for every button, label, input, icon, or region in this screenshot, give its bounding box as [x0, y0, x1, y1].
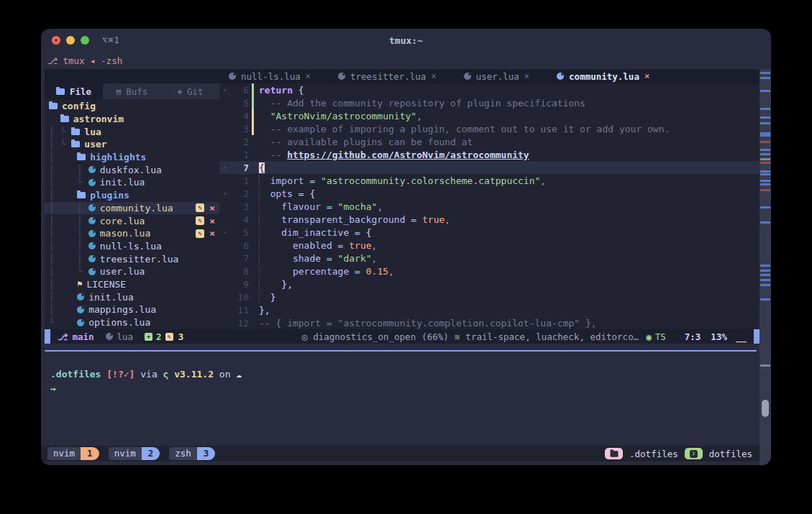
tmux-window-index: 2	[142, 447, 160, 460]
tmux-window-3[interactable]: zsh3	[169, 447, 215, 460]
fold-icon[interactable]: ▾	[219, 229, 230, 236]
code-text: },	[259, 305, 270, 316]
folder-icon	[610, 451, 618, 456]
git-diff-counts: + 2 ✎ 3	[145, 331, 183, 342]
git-sign-column	[249, 316, 259, 329]
buffer-tab[interactable]: community.lua×	[557, 71, 649, 82]
scrollbar-mark	[760, 132, 770, 137]
tree-item[interactable]: │ └ init.lua	[45, 176, 219, 189]
line-number: 6	[230, 240, 249, 251]
git-sign-column	[249, 161, 259, 174]
code-line[interactable]: 4 "AstroNvim/astrocommunity",	[219, 109, 759, 122]
close-icon[interactable]: ×	[306, 71, 311, 81]
tree-guides: │ │	[49, 165, 88, 175]
folder-icon	[56, 88, 65, 95]
tmux-window-2[interactable]: nvim2	[109, 447, 160, 460]
code-line[interactable]: 7▏ shade = "dark",	[219, 252, 759, 265]
code-line[interactable]: 3 -- example of imporing a plugin, comme…	[219, 122, 759, 135]
tree-item[interactable]: │ │ null-ls.lua	[45, 240, 219, 253]
tmux-status-bar: nvim1nvim2zsh3 .dotfiles❯dotfiles	[41, 446, 759, 462]
tmux-pane-divider[interactable]	[45, 350, 757, 352]
tree-item[interactable]: │ mappings.lua	[45, 303, 219, 316]
code-line[interactable]: 6▏ enabled = true,	[219, 239, 759, 252]
code-line[interactable]: 5 -- Add the community repository of plu…	[219, 96, 759, 109]
scrollbar-column[interactable]	[759, 69, 771, 465]
close-icon[interactable]: ×	[209, 228, 215, 239]
fold-icon[interactable]: ▾	[219, 191, 230, 197]
tree-item[interactable]: │ └ lua	[45, 125, 219, 138]
tmux-window-1[interactable]: nvim1	[47, 447, 99, 460]
buffer-tab[interactable]: treesitter.lua×	[338, 71, 437, 82]
code-text: -- example of imporing a plugin, comment…	[259, 124, 670, 134]
buffer-tabline: null-ls.lua×treesitter.lua×user.lua×comm…	[45, 69, 759, 83]
tmux-right-label: dotfiles	[709, 449, 752, 459]
tree-item[interactable]: │ └ user.lua	[45, 265, 219, 278]
tree-item[interactable]: │ │ mason.lua✎×	[45, 227, 219, 240]
folder-icon	[71, 129, 80, 135]
code-line[interactable]: 11},	[219, 303, 759, 316]
line-number: 10	[230, 292, 249, 303]
code-line[interactable]: 8▏ percentage = 0.15,	[219, 265, 759, 277]
code-line[interactable]: 3▏ flavour = "mocha",	[219, 200, 759, 213]
tree-item[interactable]: │ init.lua	[45, 290, 219, 303]
tmux-right-label: .dotfiles	[629, 449, 678, 459]
tree-item-label: duskfox.lua	[100, 165, 162, 175]
tree-item[interactable]: │ │ community.lua✎×	[45, 202, 219, 215]
tree-source-tab-file[interactable]: File	[45, 83, 103, 99]
close-icon[interactable]: ×	[209, 203, 215, 214]
tree-item[interactable]: │ └ user	[45, 138, 219, 151]
tmux-window-name: zsh	[169, 447, 197, 460]
tree-item-label: astronvim	[73, 114, 124, 124]
tree-item[interactable]: │ │ core.lua✎×	[45, 214, 219, 227]
buffer-tab-label: null-ls.lua	[241, 71, 301, 82]
close-icon[interactable]: ×	[209, 216, 215, 226]
tree-source-tab-git[interactable]: ◈Git	[161, 83, 219, 99]
shell-pane[interactable]: .dotfiles [!?✓] via ς v3.11.2 on ☁ →	[50, 367, 242, 395]
lua-file-icon	[229, 73, 236, 80]
code-line[interactable]: 12-- { import = "astrocommunity.completi…	[219, 316, 759, 329]
tmux-window-name: nvim	[109, 447, 142, 460]
close-icon[interactable]: ×	[524, 71, 529, 81]
fold-icon[interactable]: ▾	[219, 165, 230, 171]
tree-item[interactable]: └ options.lua	[45, 316, 219, 329]
folder-chip	[605, 448, 623, 459]
scrollbar-thumb[interactable]	[762, 400, 769, 417]
fold-icon[interactable]: ▾	[219, 87, 230, 93]
tree-source-tab-bufs[interactable]: ▤Bufs	[103, 83, 161, 99]
code-line[interactable]: 1▏ import = "astrocommunity.colorscheme.…	[219, 174, 759, 187]
code-line[interactable]: ▾6return {	[219, 83, 759, 96]
code-line[interactable]: 9▏ },	[219, 277, 759, 290]
line-number: 4	[230, 214, 249, 225]
buffer-tab[interactable]: null-ls.lua×	[229, 71, 311, 82]
tree-item[interactable]: │ highlights	[45, 151, 219, 164]
session-label: tmux ◂ -zsh	[63, 55, 122, 66]
code-text: -- available plugins can be found at	[259, 137, 473, 147]
git-sign-column	[249, 109, 259, 122]
tree-item-label: LICENSE	[86, 279, 126, 290]
tree-item[interactable]: │ │ duskfox.lua	[45, 163, 219, 176]
code-line[interactable]: ▾5▏ dim_inactive = {	[219, 226, 759, 239]
code-text: ▏ }	[259, 292, 275, 303]
close-icon[interactable]: ×	[644, 71, 649, 81]
tree-item[interactable]: │ │ treesitter.lua	[45, 252, 219, 265]
tree-guides: │ └	[49, 139, 71, 150]
scrollbar-mark	[760, 364, 770, 367]
code-line[interactable]: ▾7{	[219, 161, 759, 174]
python-icon: ς	[163, 369, 169, 380]
code-line[interactable]: 1 -- https://github.com/AstroNvim/astroc…	[219, 148, 759, 161]
tree-item[interactable]: astronvim	[45, 113, 219, 126]
shell-prompt: .dotfiles [!?✓] via ς v3.11.2 on ☁	[50, 367, 242, 382]
status-icon: ◎	[302, 331, 308, 342]
editor[interactable]: ▾6return {5 -- Add the community reposit…	[219, 83, 759, 329]
tree-item[interactable]: │ plugins	[45, 189, 219, 202]
tree-item[interactable]: config	[45, 100, 219, 113]
buffer-tab[interactable]: user.lua×	[464, 71, 529, 82]
code-line[interactable]: 10▏ }	[219, 290, 759, 303]
close-icon[interactable]: ×	[431, 71, 436, 81]
git-sign-column	[249, 122, 259, 135]
tree-source-tab-label: File	[70, 86, 91, 97]
tree-item[interactable]: │ ⚑LICENSE	[45, 278, 219, 291]
code-line[interactable]: 4▏ transparent_background = true,	[219, 213, 759, 226]
code-line[interactable]: 2 -- available plugins can be found at	[219, 135, 759, 148]
code-line[interactable]: ▾2▏ opts = {	[219, 187, 759, 200]
